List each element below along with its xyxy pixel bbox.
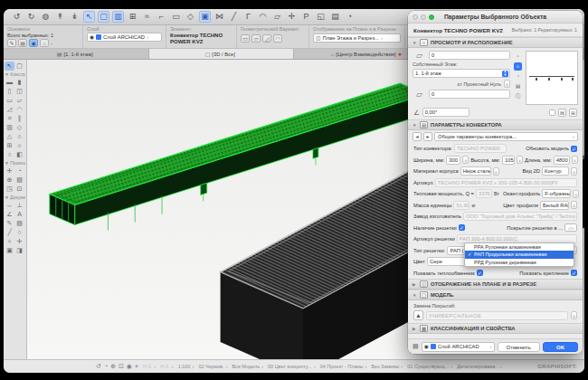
- circle-tool[interactable]: ○: [14, 228, 24, 237]
- paint-bucket-icon[interactable]: ▲: [413, 310, 423, 320]
- element-name[interactable]: Конвектор TECHNO POWER KVZ: [170, 33, 226, 44]
- worksheet-tool[interactable]: ◳: [5, 185, 14, 194]
- object-tool[interactable]: ⊞: [5, 141, 14, 150]
- marker-icon[interactable]: P: [300, 11, 312, 23]
- grille-present-checkbox[interactable]: [459, 224, 465, 231]
- cancel-button[interactable]: Отменить: [498, 342, 540, 352]
- statusbar-field[interactable]: Н.З. ›: [143, 364, 156, 369]
- show-exchanger-checkbox[interactable]: [477, 270, 483, 276]
- split-icon[interactable]: ╱: [228, 11, 240, 23]
- spline-tool[interactable]: ≈: [5, 237, 14, 246]
- profile-color-input[interactable]: Белый RAL 901: [540, 201, 569, 210]
- pick-up-parameters-icon[interactable]: ↟: [54, 11, 66, 23]
- width-input[interactable]: 300: [446, 156, 460, 165]
- orbit-icon[interactable]: ↺: [96, 363, 101, 370]
- geometry-variant-1-button[interactable]: ▭: [241, 34, 250, 43]
- surface-override-flyout[interactable]: ›: [571, 311, 577, 319]
- section-model[interactable]: ▼ ▢ МОДЕЛЬ: [408, 290, 583, 300]
- figure-tool[interactable]: ▣: [5, 246, 14, 255]
- statusbar-field[interactable]: 00 Цвет концепту... ›: [268, 364, 316, 369]
- fill-attribute-button[interactable]: ▤: [18, 39, 27, 47]
- frame-dropdown[interactable]: ▭: [170, 11, 182, 23]
- redo-icon[interactable]: ↻: [25, 11, 37, 23]
- line-tool[interactable]: ╱: [5, 228, 14, 237]
- tab-3d-all[interactable]: ▢ [3D / Все]: [149, 49, 295, 59]
- adjust-icon[interactable]: Γ: [242, 11, 254, 23]
- toolbox-group-design[interactable]: ▼ Конструиров: [5, 71, 25, 77]
- roof-tool[interactable]: ◿: [5, 105, 14, 114]
- minimize-button[interactable]: [421, 14, 426, 20]
- bottom-offset-input[interactable]: 0: [429, 90, 510, 99]
- walk-mode-icon[interactable]: ◉: [127, 363, 132, 370]
- statusbar-field[interactable]: Вся Модель ›: [232, 364, 263, 369]
- resize-icon[interactable]: ▱: [271, 11, 283, 23]
- grille-type-option[interactable]: РРА Рулонная алюминиевая: [465, 243, 574, 252]
- angle-dimension-tool[interactable]: ∠: [5, 210, 14, 219]
- preview-elevation-button[interactable]: ⌂: [514, 62, 522, 71]
- height-input[interactable]: 105: [502, 156, 515, 165]
- fillet-icon[interactable]: ◠: [257, 11, 269, 23]
- arrow-tool[interactable]: ↖: [5, 62, 14, 71]
- edge-profile-input[interactable]: F-образный: [542, 189, 571, 198]
- column-tool[interactable]: ▮: [14, 78, 24, 87]
- guide-lines-icon[interactable]: ≈: [141, 11, 153, 23]
- preview-info-button[interactable]: ⓘ: [514, 92, 522, 100]
- railing-tool[interactable]: ∥: [14, 114, 24, 123]
- grid-snap-dropdown[interactable]: ⊞: [127, 11, 138, 23]
- length-flyout[interactable]: ›: [572, 156, 578, 164]
- trim-icon[interactable]: ⋈: [213, 11, 225, 23]
- edge-profile-flyout[interactable]: ›: [573, 190, 579, 198]
- beam-tool[interactable]: ▭: [5, 96, 14, 105]
- snap-reference-icon[interactable]: ⌐: [156, 11, 167, 23]
- zoom-target-icon[interactable]: ⌖: [135, 363, 138, 370]
- floor-plan-display-selector[interactable]: ◫ План Этажа и Разрез... ›: [313, 33, 401, 43]
- ok-button[interactable]: OK: [543, 342, 578, 352]
- statusbar-field[interactable]: Детализирована.. ›: [457, 364, 501, 369]
- more-attributes-button[interactable]: ⌂: [40, 39, 49, 47]
- equipment-tool[interactable]: ◧: [14, 150, 24, 159]
- inject-parameters-icon[interactable]: ↡: [69, 11, 81, 23]
- toolbox-group-views[interactable]: ▼ Проекции: [5, 160, 25, 166]
- curtain-wall-tool[interactable]: ▥: [5, 123, 14, 132]
- section-preview-positioning[interactable]: ▼ ⌂ ПРОСМОТР И РАСПОЛОЖЕНИЕ: [408, 37, 583, 48]
- section-classification[interactable]: ▶ ▦ КЛАССИФИКАЦИЯ И СВОЙСТВА: [408, 323, 583, 334]
- geometry-variant-4-button[interactable]: ◠: [273, 34, 282, 43]
- toolbox-group-document[interactable]: ▼ Документир: [5, 195, 25, 200]
- dialog-titlebar[interactable]: Параметры Выбранного Объекта: [408, 11, 583, 24]
- view2d-input[interactable]: Контур: [542, 166, 569, 176]
- group-toggle-icon[interactable]: ▣: [199, 11, 211, 23]
- drawing-tool[interactable]: ◨: [14, 246, 24, 255]
- tab-floor-plan[interactable]: ▤ [1. 1-й этаж]: [4, 49, 149, 59]
- preset-back-button[interactable]: ◂: [413, 132, 422, 141]
- render-dropdown[interactable]: ◔: [344, 11, 356, 23]
- opening-tool[interactable]: ○: [5, 150, 14, 159]
- door-tool[interactable]: ▯: [5, 87, 14, 96]
- fill-tool[interactable]: ▨: [14, 219, 24, 228]
- wall-tool[interactable]: ▬: [5, 78, 14, 87]
- preview-3d-button[interactable]: ◔: [514, 72, 522, 81]
- look-around-icon[interactable]: ◔: [104, 363, 108, 370]
- geometry-variant-2-button[interactable]: ▱: [251, 34, 261, 43]
- fit-in-window-icon[interactable]: ⊡: [119, 363, 124, 370]
- label-tool[interactable]: ✎: [5, 219, 14, 228]
- text-tool[interactable]: A: [14, 210, 24, 219]
- move-dropdown[interactable]: ✛: [286, 11, 298, 23]
- statusbar-field[interactable]: Без Замены ›: [372, 364, 403, 369]
- layer-selector[interactable]: ◉ Слой ARCHICAD ›: [422, 342, 495, 352]
- undo-icon[interactable]: ↺: [11, 11, 23, 23]
- renovation-status-button[interactable]: ◉: [29, 39, 38, 47]
- lamp-tool[interactable]: ☼: [14, 141, 24, 150]
- selection-mode-dropdown[interactable]: ↖: [83, 11, 95, 23]
- statusbar-field[interactable]: 01 Существующ... ›: [407, 364, 452, 369]
- camera-tool[interactable]: ◔: [14, 166, 24, 176]
- zoom-in-icon[interactable]: ⊕: [110, 363, 116, 370]
- profile-color-flyout[interactable]: ›: [571, 201, 577, 209]
- parameter-page-dropdown[interactable]: Общие параметры конвектора... ›: [434, 132, 578, 141]
- preset-forward-button[interactable]: ▸: [423, 132, 432, 141]
- geometry-variant-3-button[interactable]: ◿: [262, 34, 271, 43]
- width-flyout[interactable]: ›: [462, 156, 469, 164]
- shell-tool[interactable]: ◠: [14, 105, 24, 114]
- body-material-flyout[interactable]: ›: [493, 167, 499, 176]
- statusbar-field[interactable]: 04 Проект - Планы ›: [320, 364, 367, 369]
- teamwork-send-icon[interactable]: ◱: [315, 11, 327, 23]
